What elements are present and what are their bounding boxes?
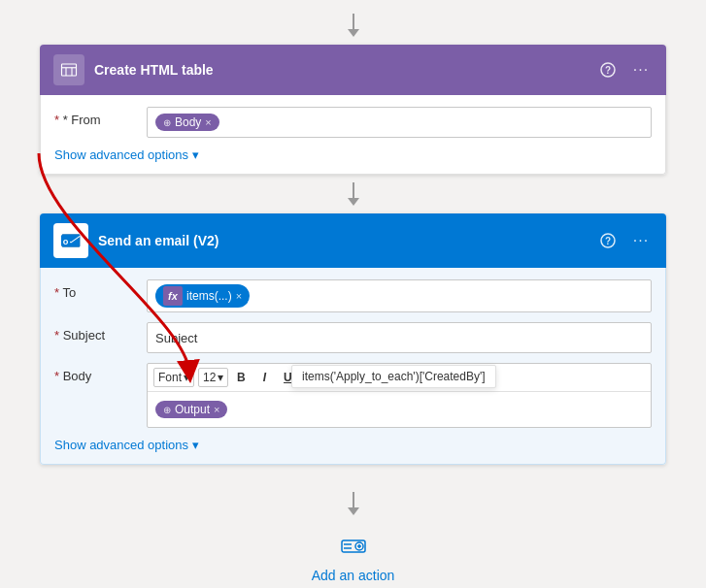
to-field-row: * To fx items(...) ×	[54, 279, 652, 312]
subject-field-value: Subject	[155, 331, 197, 345]
bold-button[interactable]: B	[230, 367, 252, 388]
send-email-more-button[interactable]: ···	[629, 229, 653, 252]
svg-text:?: ?	[605, 65, 611, 76]
add-action-svg-icon	[340, 533, 367, 560]
body-token-icon: ⊕	[163, 117, 171, 128]
to-token-close[interactable]: ×	[236, 290, 242, 302]
body-token-close[interactable]: ×	[205, 116, 211, 128]
outlook-icon: o	[60, 230, 82, 251]
send-email-card: o Send an email (V2) ? ··· *	[40, 213, 666, 465]
body-label: * Body	[54, 363, 147, 383]
send-email-title: Send an email (V2)	[98, 233, 596, 248]
subject-input[interactable]: Subject items('Apply_to_each')['CreatedB…	[147, 322, 652, 353]
subject-tooltip-text: items('Apply_to_each')['CreatedBy']	[302, 370, 486, 383]
svg-rect-12	[342, 540, 365, 552]
show-advanced-label: Show advanced options	[54, 147, 188, 162]
subject-field-row: * Subject Subject items('Apply_to_each')…	[54, 322, 652, 353]
from-input[interactable]: ⊕ Body ×	[147, 107, 652, 138]
svg-text:o: o	[63, 237, 69, 246]
bottom-connector	[348, 492, 359, 515]
create-html-table-card: Create HTML table ? ··· * * From	[40, 45, 666, 175]
subject-required-asterisk: *	[54, 328, 63, 343]
to-token: fx items(...) ×	[155, 284, 250, 308]
font-chevron-icon: ▾	[184, 371, 189, 384]
body-token-label: Body	[175, 115, 201, 129]
from-label: * * From	[54, 107, 147, 127]
top-connector	[348, 14, 359, 37]
send-email-question-icon: ?	[600, 233, 616, 248]
to-input[interactable]: fx items(...) ×	[147, 279, 652, 312]
to-label: * To	[54, 279, 147, 300]
bottom-line	[353, 492, 354, 507]
svg-text:?: ?	[605, 236, 611, 246]
italic-button[interactable]: I	[253, 367, 275, 388]
outlook-icon-wrapper: o	[53, 223, 88, 258]
output-token: ⊕ Output ×	[155, 401, 227, 418]
create-html-table-help-button[interactable]: ?	[596, 58, 620, 82]
connector-line-2	[353, 182, 354, 198]
svg-rect-0	[62, 64, 77, 76]
ellipsis-icon: ···	[633, 61, 649, 79]
body-token: ⊕ Body ×	[155, 114, 219, 131]
font-select-label: Font	[158, 371, 182, 384]
from-required-asterisk: *	[54, 113, 63, 127]
size-select-label: 12	[203, 371, 216, 384]
send-email-ellipsis-icon: ···	[633, 232, 649, 249]
add-action-container: Add an action	[292, 488, 415, 588]
connector-tip	[348, 29, 359, 37]
size-select[interactable]: 12 ▾	[198, 368, 228, 387]
to-token-label: items(...)	[186, 289, 232, 303]
connector-tip-2	[348, 198, 359, 206]
send-email-show-advanced[interactable]: Show advanced options ▾	[54, 438, 652, 452]
fx-icon: fx	[163, 286, 183, 306]
connector-line	[353, 14, 354, 29]
body-required-asterisk: *	[54, 369, 63, 383]
question-circle-icon: ?	[600, 62, 616, 78]
page-container: Create HTML table ? ··· * * From	[0, 0, 706, 588]
subject-tooltip: items('Apply_to_each')['CreatedBy']	[291, 365, 496, 388]
output-token-label: Output	[175, 403, 210, 416]
create-html-table-title: Create HTML table	[94, 62, 596, 78]
chevron-down-icon: ▾	[192, 147, 199, 162]
add-action-label: Add an action	[312, 568, 395, 583]
create-html-table-more-button[interactable]: ···	[629, 58, 653, 82]
middle-connector	[348, 182, 359, 206]
font-select[interactable]: Font ▾	[153, 368, 194, 387]
create-html-table-icon	[53, 54, 84, 85]
output-token-close[interactable]: ×	[214, 404, 219, 415]
send-email-actions: ? ···	[596, 229, 653, 252]
add-action-icon-wrapper	[338, 531, 369, 562]
send-email-show-advanced-label: Show advanced options	[54, 438, 188, 452]
create-html-table-body: * * From ⊕ Body × Show advanced options …	[40, 95, 666, 175]
output-token-icon: ⊕	[163, 405, 171, 415]
add-action-button[interactable]: Add an action	[292, 519, 415, 588]
create-html-table-header: Create HTML table ? ···	[40, 45, 666, 95]
send-email-chevron-icon: ▾	[192, 438, 199, 452]
subject-label: * Subject	[54, 322, 147, 343]
send-email-help-button[interactable]: ?	[596, 229, 620, 252]
create-html-show-advanced[interactable]: Show advanced options ▾	[54, 147, 652, 162]
send-email-body: * To fx items(...) × * Subject Subject	[40, 268, 666, 465]
send-email-header: o Send an email (V2) ? ···	[40, 213, 666, 268]
editor-content[interactable]: ⊕ Output ×	[148, 392, 651, 427]
size-chevron-icon: ▾	[218, 371, 223, 384]
bottom-tip	[348, 507, 359, 515]
create-html-table-actions: ? ···	[596, 58, 653, 82]
table-icon	[60, 61, 78, 79]
from-field-row: * * From ⊕ Body ×	[54, 107, 652, 138]
